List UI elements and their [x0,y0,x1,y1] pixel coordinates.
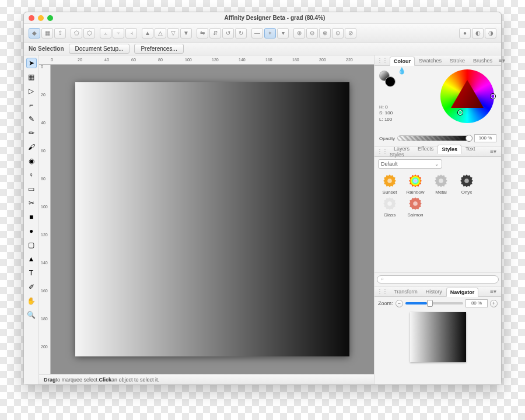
hand-tool[interactable]: ✋ [26,296,37,306]
panel-menu-button[interactable]: ≡▾ [488,288,499,295]
ellipse-tool[interactable]: ● [26,226,37,236]
styles-tab-styles[interactable]: Styles [438,145,461,154]
flip-h-button[interactable]: ⇋ [197,28,208,38]
opacity-slider[interactable] [397,135,472,141]
move-tool[interactable]: ➤ [26,58,37,68]
styles-panel-tabs: ⋮⋮ LayersEffectsStylesText Styles ≡▾ [374,146,501,157]
pencil-tool[interactable]: ✏ [26,128,37,138]
maximize-window-button[interactable] [47,15,53,21]
navigator-thumbnail[interactable] [410,312,466,362]
sl-marker[interactable] [458,110,463,115]
style-onyx[interactable]: Onyx [455,173,478,195]
zoom-label: Zoom: [378,300,393,306]
style-sunset[interactable]: Sunset [378,173,401,195]
style-search-input[interactable]: ⌕ [377,275,499,284]
selection-label: No Selection [29,46,64,52]
designer-persona-button[interactable]: ◆ [29,28,40,38]
style-rainbow[interactable]: Rainbow [404,173,427,195]
stroke-swatch[interactable] [385,76,396,87]
bool-sub-button[interactable]: ⊖ [306,28,318,38]
shape2-tool-button[interactable]: ⬡ [83,28,95,38]
panel-grip-icon[interactable]: ⋮⋮ [377,57,390,64]
colour-tab-brushes[interactable]: Brushes [469,56,496,65]
corner-tool[interactable]: ⌐ [26,100,37,110]
colour-tab-stroke[interactable]: Stroke [446,56,469,65]
eyedropper-icon[interactable]: 💧 [398,67,406,75]
style-salmon[interactable]: Salmon [404,196,427,218]
align-tool-1[interactable]: ⫠ [100,28,111,38]
pen-tool[interactable]: ✎ [26,114,37,124]
text-tool[interactable]: T [26,268,37,278]
zoom-value[interactable]: 80 % [466,299,488,307]
shape-tool-button[interactable]: ⬠ [71,28,82,38]
opacity-value[interactable]: 100 % [474,134,496,142]
flip-v-button[interactable]: ⇵ [209,28,221,38]
view3-button[interactable]: ◑ [485,28,496,38]
order-back-button[interactable]: ▼ [180,28,192,38]
colour-tab-colour[interactable]: Colour [390,57,415,66]
rotate-cw-button[interactable]: ↻ [235,28,247,38]
rounded-tool[interactable]: ▢ [26,240,37,250]
style-glass[interactable]: Glass [378,196,401,218]
minimize-window-button[interactable] [38,15,44,21]
snap-on-button[interactable]: ⌖ [264,28,276,38]
color-picker-tool[interactable]: ✐ [26,282,37,292]
color-triangle[interactable] [451,80,484,108]
order-backward-button[interactable]: ▽ [167,28,179,38]
svg-point-4 [387,201,392,206]
snap-off-button[interactable]: — [251,28,263,38]
gear-icon [459,173,474,188]
panel-menu-button[interactable]: ≡▾ [488,148,499,155]
pixel-persona-button[interactable]: ▦ [41,28,53,38]
panel-grip-icon[interactable]: ⋮⋮ [377,288,390,295]
rectangle-tool[interactable]: ■ [26,212,37,222]
navigator-panel: Zoom: − 80 % + [374,297,501,384]
hue-marker[interactable] [491,94,495,99]
context-toolbar: No Selection Document Setup... Preferenc… [24,43,501,55]
panel-grip-icon[interactable]: ⋮⋮ [377,148,390,155]
nav-tab-navigator[interactable]: Navigator [446,288,479,297]
zoom-in-button[interactable]: + [490,300,498,307]
export-persona-button[interactable]: ⇪ [54,28,66,38]
panel-menu-button[interactable]: ≡▾ [496,57,508,64]
preferences-button[interactable]: Preferences... [134,44,183,54]
order-forward-button[interactable]: △ [155,28,166,38]
titlebar: Affinity Designer Beta - grad (80.4%) [24,12,501,24]
triangle-tool[interactable]: ▲ [26,254,37,264]
align-tool-3[interactable]: ⫞ [125,28,137,38]
view1-button[interactable]: ● [459,28,471,38]
rotate-ccw-button[interactable]: ↺ [222,28,234,38]
zoom-slider[interactable] [405,302,463,304]
hsl-readout: H: 0 S: 100 L: 100 [379,104,393,123]
artboard-tool[interactable]: ▦ [26,72,37,82]
color-wheel[interactable] [440,69,494,123]
style-category-select[interactable]: Default [378,159,442,169]
snap-menu-button[interactable]: ▾ [277,28,289,38]
bool-add-button[interactable]: ⊕ [293,28,305,38]
transparency-tool[interactable]: ♀ [26,170,37,180]
bool-div-button[interactable]: ⊘ [345,28,356,38]
zoom-out-button[interactable]: − [396,300,403,307]
nav-tab-history[interactable]: History [422,287,446,296]
crop-tool[interactable]: ✂ [26,198,37,208]
brush-tool[interactable]: 🖌 [26,142,37,152]
nav-tab-transform[interactable]: Transform [390,287,422,296]
styles-panel: Default SunsetRainbowMetalOnyxGlassSalmo… [374,157,501,286]
place-tool[interactable]: ▭ [26,184,37,194]
svg-point-0 [387,178,392,183]
artboard-gradient[interactable] [75,82,349,356]
colour-tab-swatches[interactable]: Swatches [415,56,446,65]
node-tool[interactable]: ▷ [26,86,37,96]
order-front-button[interactable]: ▲ [142,28,153,38]
color-swatch-pair[interactable] [379,71,397,88]
bool-int-button[interactable]: ⊗ [319,28,331,38]
zoom-tool[interactable]: 🔍 [26,310,37,320]
view2-button[interactable]: ◐ [472,28,484,38]
style-metal[interactable]: Metal [429,173,453,195]
align-tool-2[interactable]: ⫟ [113,28,124,38]
close-window-button[interactable] [29,15,34,21]
viewport[interactable] [51,65,374,374]
document-setup-button[interactable]: Document Setup... [69,44,130,54]
fill-tool[interactable]: ◉ [26,156,37,166]
bool-xor-button[interactable]: ⊙ [332,28,344,38]
